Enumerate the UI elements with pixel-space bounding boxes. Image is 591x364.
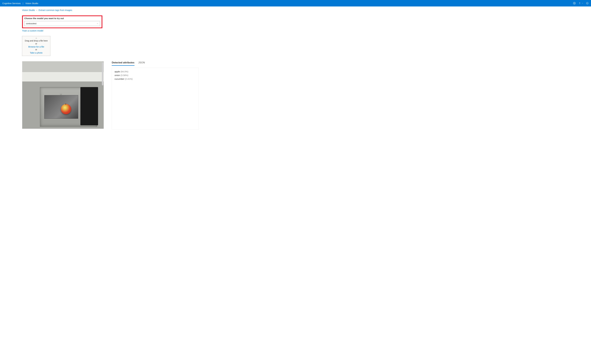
breadcrumb: Vision Studio › Extract common tags from… [22,9,199,11]
upload-or-2: or [35,48,37,51]
product-name: Vision Studio [25,2,38,5]
model-selector-dropdown[interactable]: contosotest [24,21,100,26]
header-separator: | [22,2,24,5]
results-column: Detected attributes JSON apple (94.0%) o… [112,61,199,130]
result-tag-prob: (94.0%) [121,70,128,73]
upload-or-1: or [35,42,37,45]
app-header: Cognitive Services | Vision Studio [0,0,591,6]
upload-dropzone[interactable]: Drag and drop a file here or Browse for … [22,36,50,56]
image-preview: ▽ △ ▴ [22,61,104,129]
upload-drag-text: Drag and drop a file here [25,39,48,42]
model-selector-value: contosotest [26,22,37,25]
help-icon [578,2,581,5]
result-tag-name: apple [114,70,120,73]
results-tabs: Detected attributes JSON [112,61,199,66]
tab-detected-attributes[interactable]: Detected attributes [112,61,134,66]
feedback-icon[interactable] [586,2,589,5]
take-photo-link[interactable]: Take a photo [30,51,43,54]
preview-apple [61,104,71,114]
result-tag-row: cucumber (2.41%) [114,78,196,80]
brand-name: Cognitive Services [2,2,21,5]
header-title-group: Cognitive Services | Vision Studio [2,2,38,5]
breadcrumb-separator: › [36,9,37,11]
preview-scene: ▽ △ [22,61,104,129]
svg-point-0 [574,3,575,4]
header-actions [573,2,589,5]
svg-point-4 [588,3,588,3]
result-tag-name: cucumber [114,78,124,80]
results-panel: apple (94.0%) onion (3.58%) cucumber (2.… [112,68,199,130]
help-menu[interactable] [578,2,583,5]
result-tag-prob: (2.41%) [125,78,133,80]
breadcrumb-root[interactable]: Vision Studio [22,9,35,11]
results-row: ▽ △ ▴ Detected attributes JSON apple (94… [22,61,199,130]
settings-icon[interactable] [573,2,576,5]
chevron-down-icon [582,2,583,4]
model-selector-highlight: Choose the model you want to try out con… [22,15,102,28]
tray-arrow-bottom-icon: △ [60,116,62,119]
preview-side-panel [80,87,98,125]
browse-file-link[interactable]: Browse for a file [28,45,44,48]
train-custom-model-link[interactable]: Train a custom model [22,29,43,32]
scrollbar-thumb[interactable] [102,62,103,85]
main-content: Vision Studio › Extract common tags from… [0,6,221,130]
tray-arrow-top-icon: ▽ [60,93,62,97]
result-tag-prob: (3.58%) [121,74,128,77]
result-tag-row: apple (94.0%) [114,70,196,73]
model-selector-label: Choose the model you want to try out [24,17,100,20]
svg-point-2 [586,2,588,4]
breadcrumb-page[interactable]: Extract common tags from images [39,9,72,11]
chevron-down-icon [96,22,99,25]
result-tag-row: onion (3.58%) [114,74,196,77]
cloud-upload-icon [34,38,39,39]
tab-json[interactable]: JSON [138,61,145,66]
result-tag-name: onion [114,74,120,77]
